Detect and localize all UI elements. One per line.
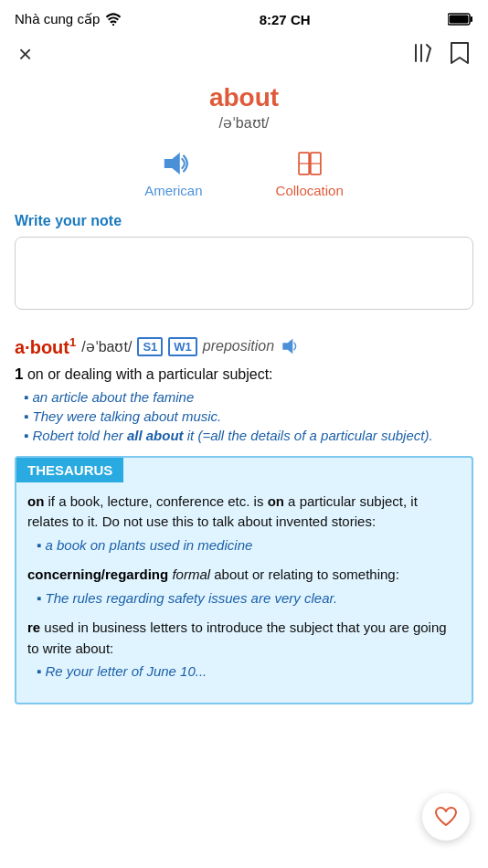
american-speaker-icon: [158, 148, 189, 179]
status-right: [448, 13, 473, 26]
badge-w1: W1: [168, 337, 197, 356]
thesaurus-entry-on: on if a book, lecture, conference etc. i…: [27, 492, 461, 556]
bookmark-button[interactable]: [450, 41, 470, 68]
word-title: about: [15, 83, 473, 112]
edit-dictionary-icon: [411, 41, 435, 65]
example-2: They were talking about music.: [15, 408, 473, 424]
thesaurus-keyword-on: on: [27, 493, 44, 509]
thesaurus-def-re: used in business letters to introduce th…: [27, 619, 447, 656]
american-label: American: [144, 183, 202, 198]
thesaurus-header: THESAURUS: [16, 458, 123, 482]
wifi-icon: [105, 13, 122, 26]
write-note-section: Write your note: [0, 213, 488, 324]
word-phonetic: /əˈbaʊt/: [15, 114, 473, 132]
entry-phonetic: /əˈbaʊt/: [81, 338, 132, 355]
entry-section: a·bout1 /əˈbaʊt/ S1 W1 preposition 1 on …: [0, 324, 488, 443]
sense-definition: 1 on or dealing with a particular subjec…: [15, 365, 473, 384]
thesaurus-def-concerning: about or relating to something:: [214, 566, 399, 582]
carrier-label: Nhà cung cấp: [15, 11, 100, 27]
svg-line-7: [427, 48, 430, 61]
favorite-fab-button[interactable]: [422, 793, 470, 841]
collocation-button[interactable]: Collocation: [276, 148, 344, 198]
example-3: Robert told her all about it (=all the d…: [15, 428, 473, 443]
thesaurus-example-on: a book on plants used in medicine: [27, 535, 461, 556]
badge-s1: S1: [137, 337, 163, 356]
svg-marker-13: [282, 339, 292, 355]
thesaurus-example-concerning: The rules regarding safety issues are ve…: [27, 588, 461, 609]
battery-icon: [448, 13, 473, 26]
example-1: an article about the famine: [15, 389, 473, 405]
thesaurus-entry-re: re used in business letters to introduce…: [27, 618, 461, 683]
thesaurus-content: on if a book, lecture, conference etc. i…: [16, 492, 472, 683]
note-textarea[interactable]: [15, 237, 473, 310]
entry-word: a·bout1: [15, 335, 76, 358]
collocation-label: Collocation: [276, 183, 344, 198]
american-audio-button[interactable]: American: [144, 148, 202, 198]
thesaurus-def-on: if a book, lecture, conference etc. is o…: [27, 493, 418, 530]
top-nav: ×: [0, 33, 488, 79]
svg-point-0: [112, 24, 114, 26]
pos-label: preposition: [203, 338, 274, 355]
write-note-label: Write your note: [15, 213, 473, 229]
entry-speaker-icon[interactable]: [280, 336, 300, 356]
heart-icon: [434, 806, 458, 828]
thesaurus-keyword-concerning: concerning/regarding: [27, 566, 168, 582]
thesaurus-box: THESAURUS on if a book, lecture, confere…: [15, 456, 473, 704]
svg-rect-3: [450, 16, 469, 24]
bookmark-icon: [450, 41, 470, 65]
svg-rect-2: [471, 16, 473, 22]
thesaurus-example-re: Re your letter of June 10...: [27, 662, 461, 683]
svg-marker-8: [164, 153, 180, 175]
audio-row: American Collocation: [0, 139, 488, 213]
thesaurus-keyword-re: re: [27, 619, 40, 635]
status-time: 8:27 CH: [260, 12, 311, 27]
sense-def-text: on or dealing with a particular subject:: [27, 366, 273, 382]
entry-headword-line: a·bout1 /əˈbaʊt/ S1 W1 preposition: [15, 335, 473, 358]
close-button[interactable]: ×: [18, 40, 32, 69]
edit-icon-button[interactable]: [411, 41, 435, 68]
word-header: about /əˈbaʊt/: [0, 79, 488, 139]
status-bar: Nhà cung cấp 8:27 CH: [0, 0, 488, 33]
status-left: Nhà cung cấp: [15, 11, 122, 27]
collocation-icon: [294, 148, 325, 179]
top-nav-right: [411, 41, 470, 68]
sense-number: 1: [15, 365, 23, 383]
thesaurus-italic-formal: formal: [172, 566, 210, 582]
thesaurus-entry-concerning: concerning/regarding formal about or rel…: [27, 565, 461, 609]
